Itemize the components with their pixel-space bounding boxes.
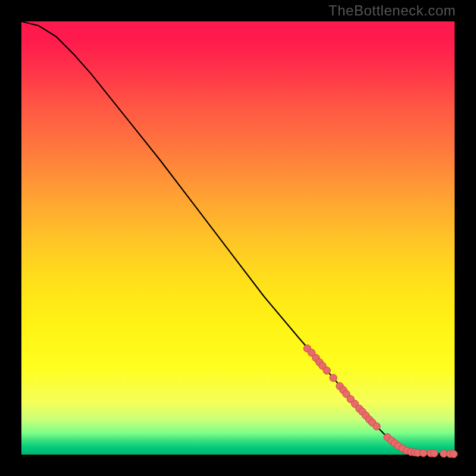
chart-svg — [21, 21, 455, 455]
data-marker — [330, 374, 337, 381]
data-marker — [323, 367, 330, 374]
chart-frame: TheBottleneck.com — [0, 0, 476, 476]
data-markers-group — [303, 345, 457, 458]
plot-area — [21, 21, 455, 455]
data-marker — [373, 422, 380, 430]
data-marker — [450, 450, 457, 458]
data-marker — [419, 449, 427, 456]
watermark-text: TheBottleneck.com — [328, 2, 456, 19]
bottleneck-curve — [21, 21, 455, 454]
data-marker — [431, 450, 438, 457]
